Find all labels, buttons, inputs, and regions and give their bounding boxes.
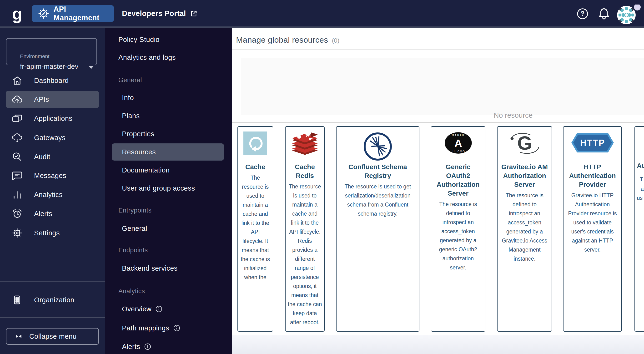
sidebar-item-label: Applications [34,114,72,122]
subnav-item-documentation[interactable]: Documentation [105,162,232,179]
environment-value: fr-apim-master-dev [20,63,78,70]
collapse-icon [15,333,22,340]
resource-card-description: The resource is used to maintain a cache… [240,173,271,282]
subnav-item-resources[interactable]: Resources [112,144,224,160]
api-subnav: Policy Studio Analytics and logs General… [105,28,232,354]
content-footer-area [232,335,644,354]
header-divider [232,49,644,50]
oauth2-icon: A OAUTH OAUTH [444,132,472,154]
svg-text:OAUTH: OAUTH [452,150,465,153]
sidebar-item-audit[interactable]: Audit [6,148,99,165]
empty-state-text: No resource [494,111,532,119]
resource-card-cache[interactable]: Cache The resource is used to maintain a… [238,126,273,332]
sidebar-item-settings[interactable]: Settings [6,224,99,242]
sidebar-item-dashboard[interactable]: Dashboard [6,72,99,89]
sidebar-item-applications[interactable]: Applications [6,110,99,127]
redis-icon [290,132,319,157]
subnav-item-properties[interactable]: Properties [105,125,232,142]
resource-card-confluent-schema-registry[interactable]: Confluent Schema Registry The resource i… [336,126,420,332]
sidebar-item-gateways[interactable]: Gateways [6,129,99,146]
environment-selector[interactable]: Environment fr-apim-master-dev [6,38,97,65]
sidebar-item-label: Analytics [34,191,63,199]
subnav-item-backend-services[interactable]: Backend services [105,260,232,277]
applications-icon [12,114,23,124]
collapse-menu-label: Collapse menu [29,332,77,340]
help-button[interactable]: ? [576,7,589,20]
resource-card-description: us [637,195,642,201]
help-icon: ? [576,7,589,20]
resource-card-title: Gravitee.io AM Authorization Server [500,162,549,189]
resource-card-gravitee-am[interactable]: G Gravitee.io AM Authorization Server Th… [497,126,552,332]
svg-text:OAUTH: OAUTH [452,134,465,136]
resource-card-http-auth-provider[interactable]: HTTP HTTP Authentication Provider Gravit… [563,126,622,332]
sidebar-item-apis[interactable]: APIs [6,91,99,108]
subnav-item-general[interactable]: General [105,220,232,237]
external-link-icon [190,10,198,18]
section-divider [232,122,644,123]
info-icon [144,343,151,350]
resource-card-partial[interactable]: Au T a us [634,126,644,332]
subnav-item-overview[interactable]: Overview [105,300,232,318]
subnav-item-alerts[interactable]: Alerts [105,338,232,354]
sidebar-divider [0,281,105,282]
sidebar-item-organization[interactable]: Organization [6,291,99,308]
top-bar: g API Management Developers Portal [0,0,644,28]
resource-card-generic-oauth2[interactable]: A OAUTH OAUTH Generic OAuth2 Authorizati… [431,126,486,332]
sidebar-item-label: Audit [34,153,50,161]
resource-card-title: Cache [240,162,271,171]
page-header: Manage global resources (0) [236,35,340,44]
gravitee-am-icon: G [507,132,542,155]
sidebar-item-label: Gateways [34,134,66,142]
developers-portal-link[interactable]: Developers Portal [122,5,198,22]
resource-card-cache-redis[interactable]: Cache Redis The resource is used to main… [285,126,324,332]
sidebar-item-label: Organization [34,296,74,304]
subnav-item-path-mappings[interactable]: Path mappings [105,320,232,336]
resource-card-title: HTTP Authentication Provider [566,162,618,189]
info-icon [155,306,162,312]
sidebar-item-messages[interactable]: Messages [6,167,99,184]
resource-card-description: The resource is defined to introspect an… [434,200,482,272]
subnav-section-general: General [105,72,232,88]
resource-card-description: The resource is defined to introspect an… [500,191,549,263]
info-icon [173,324,180,332]
collapse-menu-button[interactable]: Collapse menu [6,328,99,345]
resource-card-title: Cache Redis [288,162,322,180]
chat-icon [12,170,23,180]
resource-count-badge: (0) [332,37,340,44]
gravitee-logo-icon[interactable]: g [8,2,26,26]
empty-resources-panel: No resource [241,58,644,115]
cloud-gateway-icon [12,133,23,143]
api-management-label: API Management [54,5,114,22]
chevron-down-icon [88,66,94,69]
home-icon [12,76,23,86]
developers-portal-label: Developers Portal [122,9,186,18]
subnav-section-entrypoints: Entrypoints [105,202,232,219]
sidebar-item-label: APIs [34,96,49,104]
subnav-section-analytics: Analytics [105,282,232,300]
subnav-item-info[interactable]: Info [105,89,232,106]
subnav-item-user-and-group-access[interactable]: User and group access [105,180,232,197]
avatar-status-badge [634,4,641,10]
svg-text:G: G [517,132,532,154]
app-window: g API Management Developers Portal [0,0,644,354]
main-content: Manage global resources (0) No resource … [232,28,644,354]
user-avatar[interactable] [617,4,641,24]
svg-text:HTTP: HTTP [580,138,605,148]
sidebar-item-alerts[interactable]: Alerts [6,205,99,222]
subnav-item-policy-studio[interactable]: Policy Studio [105,31,232,48]
organization-icon [12,295,23,305]
cache-refresh-icon [244,132,267,155]
alarm-clock-icon [12,209,23,219]
subnav-item-plans[interactable]: Plans [105,107,232,124]
subnav-item-analytics-and-logs[interactable]: Analytics and logs [105,49,232,66]
gear-icon [38,8,49,19]
sidebar-item-label: Alerts [34,210,52,218]
resource-card-description: The resource is used to maintain a cache… [288,182,322,327]
bell-icon [597,7,611,21]
resource-card-description: a [641,186,644,192]
main-sidebar: Environment fr-apim-master-dev Dashboard… [0,28,105,354]
sidebar-item-analytics[interactable]: Analytics [6,186,99,203]
environment-label: Environment [20,53,50,60]
notifications-button[interactable] [597,7,611,21]
api-management-button[interactable]: API Management [32,5,114,22]
